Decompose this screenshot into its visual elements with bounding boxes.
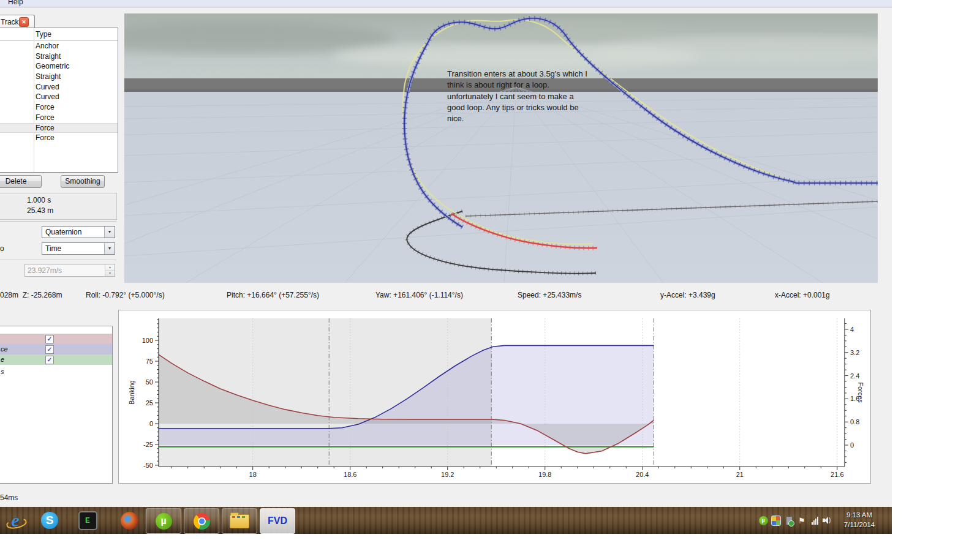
ie-taskbar-icon[interactable]: e bbox=[5, 510, 26, 531]
segment-length: 25.43 m bbox=[27, 206, 53, 215]
annotation-line: unfortunately I cant seem to make a bbox=[447, 91, 600, 102]
speed-input[interactable] bbox=[25, 264, 104, 276]
chevron-down-icon[interactable]: ▼ bbox=[104, 227, 115, 238]
skype-taskbar-icon[interactable]: S bbox=[39, 510, 60, 531]
delete-button[interactable]: Delete bbox=[0, 175, 42, 188]
tray-utorrent-icon[interactable]: µ bbox=[758, 515, 768, 525]
fvd-app-icon: FVD bbox=[268, 515, 287, 527]
orientation-dropdown[interactable]: Quaternion ▼ bbox=[42, 226, 115, 238]
svg-text:19.2: 19.2 bbox=[441, 471, 454, 478]
svg-text:Banking: Banking bbox=[128, 380, 135, 405]
segment-row[interactable]: Geometric bbox=[0, 61, 118, 72]
segment-time: 1.000 s bbox=[27, 196, 51, 204]
svg-text:0: 0 bbox=[149, 420, 153, 427]
fvd-app-window: Help Track ✕ Type AnchorStraightGeometri… bbox=[0, 0, 892, 507]
chrome-taskbar-button[interactable] bbox=[184, 508, 219, 534]
legend-label-fragment: e bbox=[1, 356, 4, 363]
graph-legend-rows: ✓ce✓e✓ bbox=[0, 334, 112, 365]
svg-text:Forces: Forces bbox=[857, 382, 864, 403]
render-time-label: 54ms bbox=[0, 493, 18, 502]
tray-app-icon[interactable] bbox=[771, 515, 781, 525]
spin-down-icon[interactable]: ▼ bbox=[105, 271, 115, 276]
segment-row[interactable]: Force bbox=[0, 113, 118, 123]
segment-row[interactable]: Curved bbox=[0, 92, 118, 102]
tray-action-center-flag-icon[interactable]: ⚑ bbox=[797, 515, 807, 525]
svg-text:18: 18 bbox=[249, 471, 257, 478]
svg-text:4: 4 bbox=[850, 326, 854, 333]
speed-stepper[interactable]: ▲ ▼ bbox=[24, 264, 115, 277]
smoothing-button[interactable]: Smoothing bbox=[61, 175, 105, 188]
svg-text:21: 21 bbox=[736, 471, 744, 478]
spin-up-icon[interactable]: ▲ bbox=[105, 264, 115, 271]
skype-icon: S bbox=[41, 512, 58, 529]
force-banking-chart[interactable]: -50-25025507510000.81.62.43.241818.619.2… bbox=[119, 310, 869, 482]
svg-text:-50: -50 bbox=[143, 462, 153, 469]
tab-close-icon[interactable]: ✕ bbox=[19, 17, 29, 27]
segment-row[interactable]: Force bbox=[0, 133, 118, 143]
spinner-buttons[interactable]: ▲ ▼ bbox=[105, 264, 115, 276]
viewport-3d-scene bbox=[124, 13, 878, 283]
tray-volume-icon[interactable]: ) bbox=[823, 516, 831, 525]
utorrent-icon: µ bbox=[156, 513, 172, 530]
status-item: x-Accel: +0.001g bbox=[775, 291, 830, 299]
segment-row[interactable]: Straight bbox=[0, 72, 118, 82]
browser-flame-icon bbox=[121, 512, 138, 530]
annotation-line: Transition enters at about 3.5g's which … bbox=[447, 69, 600, 80]
segment-row[interactable]: Straight bbox=[0, 51, 118, 62]
status-item: Pitch: +16.664° (+57.255°/s) bbox=[227, 291, 319, 299]
status-item: y-Accel: +3.439g bbox=[660, 291, 715, 299]
tray-usb-icon[interactable] bbox=[784, 515, 794, 525]
fvd-taskbar-button[interactable]: FVD bbox=[260, 508, 295, 534]
explorer-taskbar-button[interactable] bbox=[222, 508, 257, 534]
segment-rows: AnchorStraightGeometricStraightCurvedCur… bbox=[0, 41, 118, 143]
svg-text:20.4: 20.4 bbox=[636, 471, 649, 478]
status-item: Roll: -0.792° (+5.000°/s) bbox=[86, 291, 165, 299]
graph-panel: -50-25025507510000.81.62.43.241818.619.2… bbox=[118, 310, 871, 484]
tab-track-label: Track bbox=[1, 18, 19, 26]
column-header-type[interactable]: Type bbox=[36, 30, 51, 39]
svg-text:50: 50 bbox=[146, 378, 153, 386]
clock-date: 7/11/2014 bbox=[832, 520, 887, 530]
viewport-annotation: Transition enters at about 3.5g's which … bbox=[447, 69, 600, 124]
mode-dropdown[interactable]: Time ▼ bbox=[42, 242, 115, 255]
legend-checkbox[interactable]: ✓ bbox=[45, 345, 54, 354]
legend-row: e✓ bbox=[0, 354, 112, 365]
console-taskbar-icon[interactable]: E bbox=[77, 510, 98, 531]
console-icon: E bbox=[78, 511, 97, 530]
status-item: Speed: +25.433m/s bbox=[518, 291, 581, 299]
annotation-line: think is about right for a loop. bbox=[447, 80, 600, 91]
status-item: 028m Z: -25.268m bbox=[0, 291, 62, 299]
tray-network-icon[interactable] bbox=[810, 515, 820, 525]
segment-list[interactable]: Type AnchorStraightGeometricStraightCurv… bbox=[0, 28, 118, 173]
svg-text:0: 0 bbox=[850, 441, 854, 449]
annotation-line: good loop. Any tips or tricks would be bbox=[447, 102, 600, 113]
chevron-down-icon[interactable]: ▼ bbox=[104, 243, 115, 254]
svg-text:100: 100 bbox=[142, 337, 153, 344]
segment-row[interactable]: Force bbox=[0, 123, 118, 133]
legend-row: ✓ bbox=[0, 334, 112, 344]
menu-bar: Help bbox=[0, 0, 892, 7]
mode-value: Time bbox=[45, 244, 61, 253]
svg-text:2.4: 2.4 bbox=[850, 372, 859, 380]
svg-text:75: 75 bbox=[146, 358, 153, 365]
legend-checkbox[interactable]: ✓ bbox=[45, 356, 54, 364]
clock-time: 9:13 AM bbox=[832, 510, 887, 520]
taskbar: e S E µ FVD µ bbox=[0, 507, 892, 534]
tab-track[interactable]: Track ✕ bbox=[0, 15, 35, 28]
browser-flame-taskbar-icon[interactable] bbox=[119, 510, 140, 531]
viewport-3d[interactable]: Transition enters at about 3.5g's which … bbox=[124, 13, 878, 283]
segment-list-header: Type bbox=[0, 28, 118, 41]
segment-row[interactable]: Anchor bbox=[0, 41, 118, 51]
menu-help[interactable]: Help bbox=[8, 0, 23, 6]
legend-checkbox[interactable]: ✓ bbox=[45, 335, 54, 343]
segment-info-box: 1.000 s 25.43 m bbox=[0, 193, 117, 220]
legend-extra-fragment: s bbox=[1, 368, 4, 375]
tray-clock[interactable]: 9:13 AM 7/11/2014 bbox=[832, 510, 887, 530]
svg-text:18.6: 18.6 bbox=[344, 471, 356, 478]
system-tray: µ ⚑ ) bbox=[758, 507, 831, 534]
legend-row: ce✓ bbox=[0, 344, 112, 354]
mode-label-fragment: o bbox=[0, 244, 4, 253]
segment-row[interactable]: Force bbox=[0, 102, 118, 113]
segment-row[interactable]: Curved bbox=[0, 82, 118, 92]
utorrent-taskbar-button[interactable]: µ bbox=[146, 508, 181, 534]
